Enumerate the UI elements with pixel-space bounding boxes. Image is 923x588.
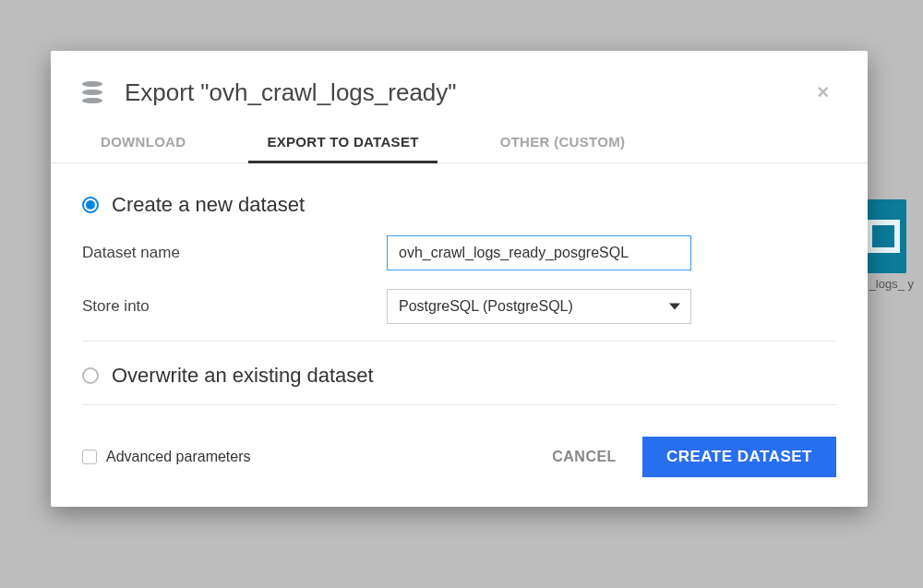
bg-dataset-label: _logs_ y — [869, 277, 914, 292]
select-store-into[interactable]: PostgreSQL (PostgreSQL) — [387, 289, 691, 324]
tab-download[interactable]: DOWNLOAD — [60, 125, 226, 162]
close-icon[interactable]: × — [809, 77, 836, 108]
option-overwrite-dataset: Overwrite an existing dataset — [82, 351, 836, 405]
option-create-dataset: Create a new dataset Dataset name Store … — [82, 189, 836, 342]
checkbox-advanced-label: Advanced parameters — [106, 449, 546, 465]
export-dialog: Export "ovh_crawl_logs_ready" × DOWNLOAD… — [51, 51, 868, 507]
row-dataset-name: Dataset name — [82, 226, 836, 280]
row-store-into: Store into PostgreSQL (PostgreSQL) — [82, 280, 836, 333]
create-dataset-button[interactable]: CREATE DATASET — [642, 437, 836, 477]
input-dataset-name[interactable] — [387, 235, 691, 270]
dataset-stack-icon — [869, 222, 897, 250]
tab-other-custom[interactable]: OTHER (CUSTOM) — [460, 125, 666, 162]
dialog-header: Export "ovh_crawl_logs_ready" × — [51, 51, 868, 125]
radio-create-label: Create a new dataset — [112, 193, 305, 217]
radio-create[interactable] — [82, 197, 99, 213]
radio-overwrite[interactable] — [82, 367, 99, 384]
dialog-content: Create a new dataset Dataset name Store … — [51, 163, 868, 411]
footer-actions: CANCEL CREATE DATASET — [546, 437, 836, 477]
select-store-into-wrap: PostgreSQL (PostgreSQL) — [387, 289, 691, 324]
label-dataset-name: Dataset name — [82, 244, 387, 262]
radio-overwrite-label: Overwrite an existing dataset — [112, 364, 374, 388]
cancel-button[interactable]: CANCEL — [546, 439, 622, 474]
checkbox-advanced[interactable] — [82, 450, 97, 464]
dialog-title: Export "ovh_crawl_logs_ready" — [125, 78, 809, 107]
radio-row-overwrite[interactable]: Overwrite an existing dataset — [82, 360, 836, 391]
tabs-bar: DOWNLOAD EXPORT TO DATASET OTHER (CUSTOM… — [51, 125, 868, 163]
radio-row-create[interactable]: Create a new dataset — [82, 189, 836, 226]
dialog-footer: Advanced parameters CANCEL CREATE DATASE… — [51, 411, 868, 507]
tab-export-to-dataset[interactable]: EXPORT TO DATASET — [226, 125, 459, 162]
label-store-into: Store into — [82, 297, 387, 316]
database-icon — [82, 81, 102, 103]
